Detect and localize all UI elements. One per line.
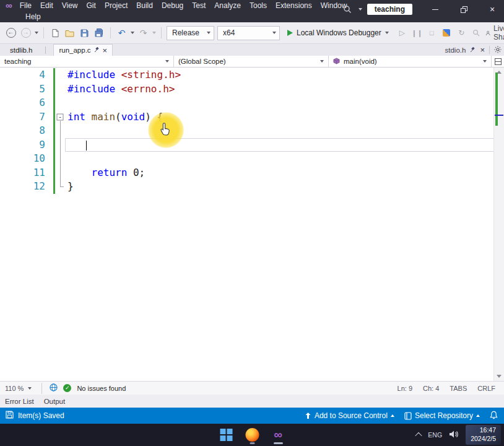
restore-button[interactable] xyxy=(452,0,476,19)
solution-platform-select[interactable]: x64 xyxy=(217,26,280,40)
project-dropdown[interactable]: teaching xyxy=(0,56,174,67)
save-all-icon[interactable] xyxy=(93,27,105,39)
panel-tab-error-list[interactable]: Error List xyxy=(5,398,34,405)
line-number[interactable]: 8 xyxy=(0,124,53,138)
select-repository-button[interactable]: Select Repository xyxy=(404,411,480,420)
new-file-icon[interactable] xyxy=(49,27,61,39)
navigate-forward-icon[interactable]: → xyxy=(20,27,32,39)
code-line-9[interactable]: 9 xyxy=(0,138,494,152)
line-indicator[interactable]: Ln: 9 xyxy=(398,385,412,392)
code-text[interactable] xyxy=(65,138,494,152)
redo-icon[interactable]: ↷ xyxy=(137,27,149,39)
start-button[interactable] xyxy=(218,425,235,445)
fold-collapse-icon[interactable]: - xyxy=(57,113,64,120)
code-text[interactable] xyxy=(65,152,494,166)
line-ending-indicator[interactable]: CRLF xyxy=(477,385,495,392)
tab-stdlib-h[interactable]: stdlib.h xyxy=(5,44,37,56)
redo-dropdown-caret[interactable] xyxy=(152,32,156,34)
indent-mode-indicator[interactable]: TABS xyxy=(450,385,467,392)
code-editor[interactable]: 4#include <string.h>5#include <errno.h>6… xyxy=(0,68,504,381)
language-indicator[interactable]: ENG xyxy=(428,431,442,439)
code-text[interactable] xyxy=(65,124,494,138)
start-without-debugging-icon[interactable]: ▷ xyxy=(396,27,408,39)
find-icon[interactable] xyxy=(471,27,482,39)
menu-item-help[interactable]: Help xyxy=(21,11,45,22)
code-line-10[interactable]: 10 xyxy=(0,152,494,166)
menu-item-git[interactable]: Git xyxy=(82,0,100,11)
undo-icon[interactable]: ↶ xyxy=(116,27,128,39)
navigation-dropdown-caret[interactable] xyxy=(35,32,38,34)
code-text[interactable]: return 0; xyxy=(65,166,494,180)
line-number[interactable]: 4 xyxy=(0,68,53,82)
close-icon[interactable]: × xyxy=(103,47,108,54)
menu-item-view[interactable]: View xyxy=(58,0,82,11)
solution-configuration-select[interactable]: Release xyxy=(167,26,214,40)
line-number[interactable]: 12 xyxy=(0,180,53,194)
vertical-scrollbar[interactable] xyxy=(493,68,504,381)
right-tab-pin-icon[interactable] xyxy=(470,46,476,54)
step-over-icon[interactable]: ↻ xyxy=(456,27,467,39)
code-text[interactable]: #include <string.h> xyxy=(65,68,494,82)
health-globe-icon[interactable] xyxy=(50,383,58,393)
tab-options-gear-icon[interactable] xyxy=(494,46,502,55)
code-line-11[interactable]: 11 return 0; xyxy=(0,166,494,180)
tab-run_app-c[interactable]: run_app.c× xyxy=(53,44,113,56)
taskbar-visual-studio-button[interactable]: ∞ xyxy=(270,425,287,445)
pin-icon[interactable] xyxy=(94,46,100,54)
break-all-icon[interactable]: ❙❙ xyxy=(411,27,423,39)
code-line-12[interactable]: 12} xyxy=(0,180,494,194)
navigate-back-icon[interactable]: ← xyxy=(5,27,17,39)
notifications-bell-icon[interactable] xyxy=(490,411,498,421)
code-text[interactable]: int main(void) { xyxy=(65,110,494,125)
solution-name-box[interactable]: teaching xyxy=(367,4,412,15)
code-line-5[interactable]: 5#include <errno.h> xyxy=(0,82,494,97)
scrollbar-down-arrow-icon[interactable] xyxy=(497,375,502,378)
menu-item-tools[interactable]: Tools xyxy=(245,0,271,11)
line-number[interactable]: 5 xyxy=(0,82,53,97)
menu-item-test[interactable]: Test xyxy=(188,0,210,11)
undo-dropdown-caret[interactable] xyxy=(131,32,134,34)
menu-item-debug[interactable]: Debug xyxy=(157,0,188,11)
search-dropdown-caret[interactable] xyxy=(358,8,362,11)
line-number[interactable]: 11 xyxy=(0,166,53,180)
code-line-6[interactable]: 6 xyxy=(0,96,494,110)
search-icon[interactable] xyxy=(342,4,354,15)
taskbar-firefox-button[interactable] xyxy=(244,425,261,445)
right-tab-stdio-h[interactable]: stdio.h xyxy=(445,46,466,54)
right-tab-close-icon[interactable]: × xyxy=(480,46,485,53)
line-number[interactable]: 7 xyxy=(0,110,53,125)
code-line-8[interactable]: 8 xyxy=(0,124,494,138)
stop-icon[interactable]: □ xyxy=(426,27,438,39)
code-text[interactable] xyxy=(65,96,494,110)
line-number[interactable]: 6 xyxy=(0,96,53,110)
add-to-source-control-button[interactable]: Add to Source Control xyxy=(305,411,394,420)
member-dropdown[interactable]: main(void) xyxy=(329,56,492,67)
code-text[interactable]: #include <errno.h> xyxy=(65,82,494,97)
menu-item-build[interactable]: Build xyxy=(132,0,157,11)
menu-item-extensions[interactable]: Extensions xyxy=(271,0,316,11)
panel-tab-output[interactable]: Output xyxy=(44,398,66,405)
live-share-button[interactable]: Live Share xyxy=(485,24,504,42)
menu-item-analyze[interactable]: Analyze xyxy=(210,0,245,11)
volume-icon[interactable] xyxy=(449,429,459,440)
line-number[interactable]: 9 xyxy=(0,138,53,152)
start-debugging-button[interactable]: Local Windows Debugger xyxy=(283,26,393,40)
zoom-select[interactable]: 110 % xyxy=(5,385,34,392)
menu-item-edit[interactable]: Edit xyxy=(36,0,58,11)
split-window-icon[interactable] xyxy=(492,56,504,67)
line-number[interactable]: 10 xyxy=(0,152,53,166)
attach-icon[interactable] xyxy=(441,27,453,39)
code-line-7[interactable]: 7-int main(void) { xyxy=(0,110,494,125)
taskbar-clock[interactable]: 16:47 2024/2/5 xyxy=(466,425,501,444)
menu-item-file[interactable]: File xyxy=(15,0,36,11)
code-text[interactable]: } xyxy=(65,180,494,194)
tray-overflow-chevron-icon[interactable] xyxy=(415,432,422,439)
save-icon[interactable] xyxy=(79,27,90,39)
issues-status-text[interactable]: No issues found xyxy=(77,385,126,392)
scope-dropdown[interactable]: (Global Scope) xyxy=(174,56,329,67)
open-file-icon[interactable] xyxy=(64,27,76,39)
menu-item-project[interactable]: Project xyxy=(100,0,132,11)
code-line-4[interactable]: 4#include <string.h> xyxy=(0,68,494,82)
column-indicator[interactable]: Ch: 4 xyxy=(423,385,439,392)
close-button[interactable]: × xyxy=(480,0,504,19)
